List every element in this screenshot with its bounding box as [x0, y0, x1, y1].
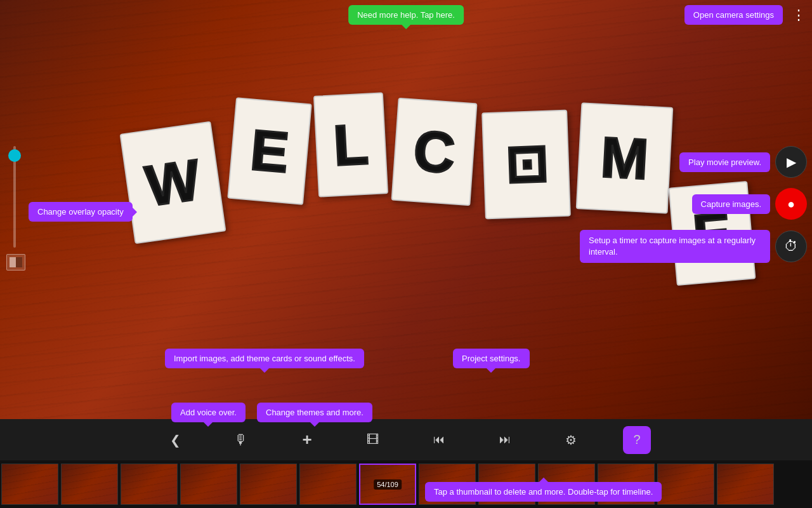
frame-counter: 54/109 [374, 479, 402, 490]
help-icon: ? [633, 432, 640, 447]
camera-view: W E L C ⊡ M E [0, 0, 812, 419]
voice-over-button[interactable]: 🎙 [227, 426, 255, 454]
timer-button[interactable]: ⏱ [775, 231, 807, 262]
capture-images-tooltip: Capture images. [692, 194, 770, 214]
add-voice-over-tooltip: Add voice over. [171, 403, 246, 422]
skip-forward-button[interactable]: ⏭ [491, 426, 519, 454]
svg-rect-0 [10, 257, 16, 267]
play-preview-tooltip: Play movie preview. [679, 152, 770, 172]
right-controls: Play movie preview. ▶ Capture images. ● … [580, 146, 812, 263]
thumb-13[interactable] [717, 464, 774, 505]
thumb-6[interactable] [299, 464, 357, 505]
overlay-opacity-tooltip: Change overlay opacity [29, 202, 133, 222]
thumb-2[interactable] [61, 464, 118, 505]
opacity-track [13, 146, 16, 248]
plus-icon: + [302, 430, 311, 450]
more-options-icon[interactable]: ⋮ [792, 7, 806, 23]
back-button[interactable]: ❮ [161, 426, 189, 454]
back-icon: ❮ [170, 432, 181, 448]
letter-O: ⊡ [481, 110, 571, 220]
overlay-icon[interactable] [6, 254, 25, 271]
timer-tooltip: Setup a timer to capture images at a reg… [580, 230, 770, 263]
letter-E1: E [227, 97, 311, 205]
tap-thumbnail-tooltip: Tap a thumbnail to delete and more. Doub… [425, 482, 662, 502]
thumb-4[interactable] [180, 464, 237, 505]
letter-W: W [120, 121, 226, 244]
mic-icon: 🎙 [234, 432, 248, 448]
change-themes-tooltip: Change themes and more. [257, 403, 372, 422]
letter-L: L [313, 92, 388, 197]
capture-images-row: Capture images. ● [692, 188, 812, 220]
app-container: W E L C ⊡ M E [0, 0, 812, 508]
skip-forward-icon: ⏭ [499, 433, 511, 446]
help-tooltip[interactable]: Need more help. Tap here. [348, 5, 464, 25]
toolbar: ❮ 🎙 + 🎞 ⏮ ⏭ ⚙ ? [0, 419, 812, 460]
opacity-slider[interactable] [5, 140, 24, 267]
settings-button[interactable]: ⚙ [557, 426, 585, 454]
import-images-tooltip: Import images, add theme cards or sound … [165, 349, 364, 368]
film-icon: 🎞 [367, 432, 379, 447]
opacity-thumb[interactable] [8, 149, 21, 162]
open-camera-button[interactable]: Open camera settings [684, 5, 783, 25]
overlay-icon-inner [6, 254, 25, 271]
skip-back-icon: ⏮ [433, 433, 445, 446]
thumb-5[interactable] [240, 464, 297, 505]
themes-button[interactable]: 🎞 [359, 426, 387, 454]
svg-rect-1 [16, 257, 22, 267]
capture-button[interactable]: ● [775, 188, 807, 220]
project-settings-tooltip: Project settings. [453, 349, 530, 368]
timer-row: Setup a timer to capture images at a reg… [580, 230, 812, 263]
letter-C: C [391, 98, 478, 206]
thumb-1[interactable] [1, 464, 58, 505]
timeline: 54/109 [0, 460, 812, 508]
skip-back-button[interactable]: ⏮ [425, 426, 453, 454]
thumb-12[interactable] [657, 464, 714, 505]
top-right-controls: Open camera settings ⋮ [684, 5, 806, 25]
settings-icon: ⚙ [565, 432, 577, 448]
thumb-7-selected[interactable]: 54/109 [359, 464, 416, 505]
thumb-3[interactable] [121, 464, 178, 505]
play-preview-row: Play movie preview. ▶ [679, 146, 812, 178]
help-button[interactable]: ? [623, 426, 651, 454]
play-preview-button[interactable]: ▶ [775, 146, 807, 178]
